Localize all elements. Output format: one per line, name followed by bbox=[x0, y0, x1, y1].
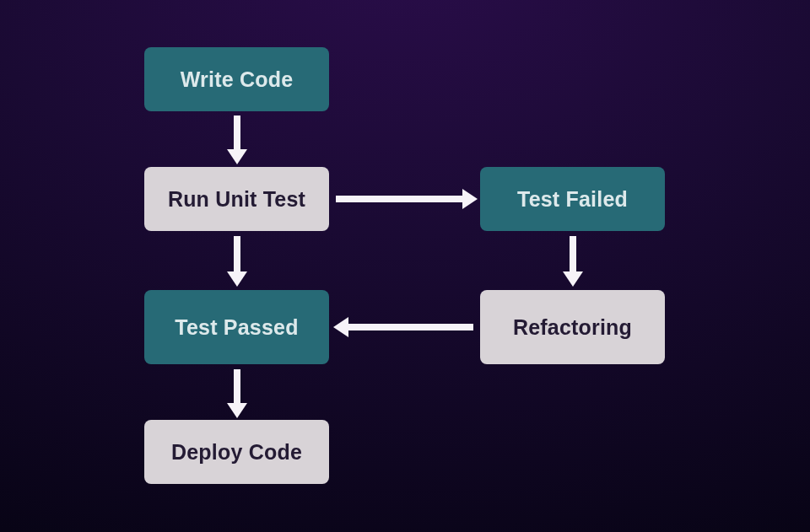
arrow-refactor-to-passed-head bbox=[333, 317, 348, 337]
arrow-run-to-passed bbox=[234, 236, 240, 273]
node-test-passed: Test Passed bbox=[144, 290, 329, 364]
arrow-run-to-failed bbox=[336, 196, 464, 202]
node-test-failed: Test Failed bbox=[480, 167, 665, 231]
node-run-unit-test: Run Unit Test bbox=[144, 167, 329, 231]
arrow-write-to-run bbox=[234, 116, 240, 151]
arrow-passed-to-deploy-head bbox=[227, 403, 247, 418]
arrow-passed-to-deploy bbox=[234, 369, 240, 405]
arrow-failed-to-refactor-head bbox=[563, 271, 583, 287]
arrow-run-to-passed-head bbox=[227, 271, 247, 287]
node-write-code: Write Code bbox=[144, 47, 329, 111]
arrow-failed-to-refactor bbox=[570, 236, 576, 273]
arrow-write-to-run-head bbox=[227, 149, 247, 164]
arrow-run-to-failed-head bbox=[462, 189, 478, 209]
node-refactoring: Refactoring bbox=[480, 290, 665, 364]
arrow-refactor-to-passed bbox=[348, 324, 473, 330]
node-deploy-code: Deploy Code bbox=[144, 420, 329, 484]
